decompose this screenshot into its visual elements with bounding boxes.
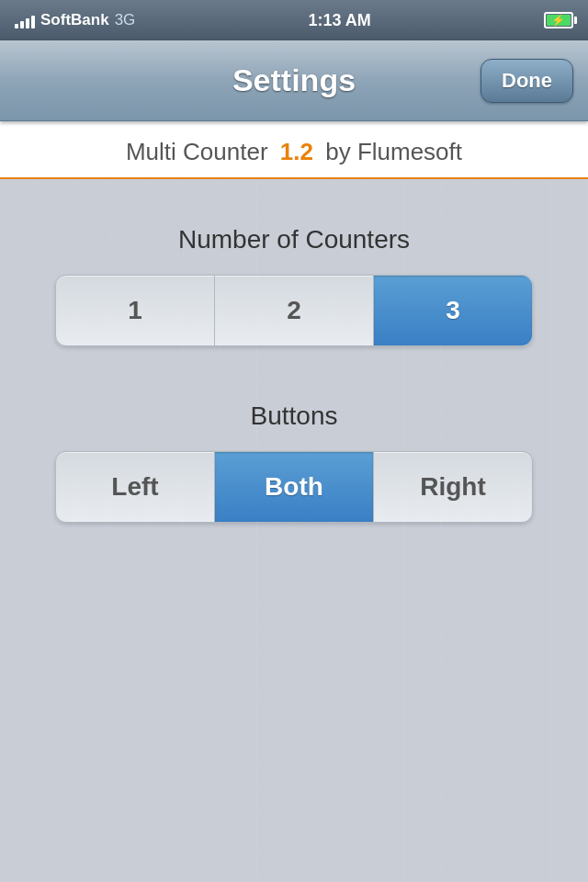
status-time: 1:13 AM <box>308 11 370 30</box>
battery-icon: ⚡ <box>544 12 573 28</box>
battery-bolt-icon: ⚡ <box>551 14 565 27</box>
counters-segmented-control: 1 2 3 <box>55 275 533 346</box>
version-label: 1.2 <box>280 138 313 165</box>
network-label: 3G <box>115 11 136 29</box>
signal-bar-2 <box>20 21 24 28</box>
signal-bar-4 <box>31 16 35 28</box>
status-left: SoftBank 3G <box>15 11 135 29</box>
author-label: by Flumesoft <box>325 138 462 165</box>
signal-bar-1 <box>15 24 18 28</box>
page-title: Settings <box>232 62 356 98</box>
signal-bar-3 <box>26 18 29 28</box>
button-option-both[interactable]: Both <box>215 452 374 522</box>
signal-bars-icon <box>15 12 35 28</box>
nav-bar: Settings Done <box>0 40 588 121</box>
buttons-section: Buttons Left Both Right <box>55 401 533 523</box>
button-option-right[interactable]: Right <box>374 452 532 522</box>
button-option-left[interactable]: Left <box>56 452 215 522</box>
status-bar: SoftBank 3G 1:13 AM ⚡ <box>0 0 588 40</box>
done-button[interactable]: Done <box>481 59 573 103</box>
counter-option-1[interactable]: 1 <box>56 276 215 345</box>
content-wrapper: Number of Counters 1 2 3 Buttons Left Bo… <box>0 179 588 881</box>
counter-option-3[interactable]: 3 <box>374 276 532 345</box>
buttons-label: Buttons <box>55 401 533 431</box>
subtitle-bar: Multi Counter 1.2 by Flumesoft <box>0 121 588 179</box>
main-content: Number of Counters 1 2 3 Buttons Left Bo… <box>0 179 588 615</box>
status-right: ⚡ <box>544 12 573 28</box>
counters-label: Number of Counters <box>55 225 533 254</box>
carrier-label: SoftBank <box>40 11 109 29</box>
app-name-text: Multi Counter <box>126 138 268 165</box>
buttons-segmented-control: Left Both Right <box>55 451 533 523</box>
app-name-label: Multi Counter 1.2 by Flumesoft <box>126 138 462 165</box>
counter-option-2[interactable]: 2 <box>215 276 374 345</box>
counters-section: Number of Counters 1 2 3 <box>55 225 533 346</box>
